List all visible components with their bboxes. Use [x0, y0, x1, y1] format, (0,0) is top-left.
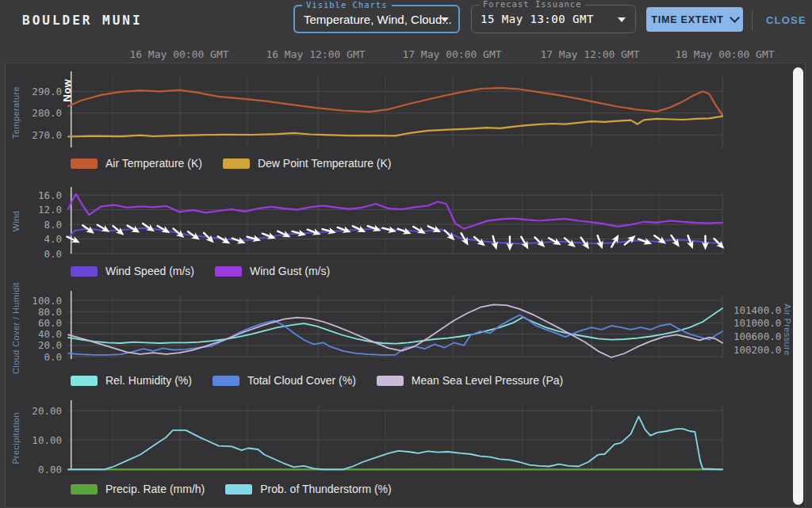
time-tick-label: 17 May 12:00 GMT	[515, 48, 665, 60]
chevron-down-icon	[730, 13, 740, 23]
cloud-humidity-legend: Rel. Humidity (%) Total Cloud Cover (%) …	[71, 374, 563, 387]
legend-item: Dew Point Temperature (K)	[223, 157, 392, 170]
svg-text:101000.0: 101000.0	[733, 317, 781, 329]
svg-text:4.0: 4.0	[44, 233, 62, 245]
legend-label: Mean Sea Level Pressure (Pa)	[412, 374, 563, 387]
svg-text:60.0: 60.0	[38, 317, 62, 329]
legend-item: Air Temperature (K)	[71, 157, 202, 170]
visible-charts-value: Temperature, Wind, Cloud...	[304, 6, 452, 32]
vertical-scrollbar[interactable]	[793, 67, 803, 505]
svg-text:20.00: 20.00	[32, 405, 62, 417]
wind-chart: 16.012.08.04.00.0	[6, 181, 795, 262]
legend-label: Prob. of Thunderstorm (%)	[260, 483, 391, 495]
svg-text:270.0: 270.0	[32, 129, 62, 141]
rel-humidity-swatch	[71, 376, 98, 386]
svg-text:20.0: 20.0	[38, 339, 62, 351]
forecast-issuance-select[interactable]: Forecast Issuance 15 May 13:00 GMT	[471, 5, 636, 33]
time-tick-label: 17 May 00:00 GMT	[377, 48, 527, 60]
dew-point-swatch	[223, 159, 250, 169]
precipitation-chart: 20.0010.000.00	[6, 399, 795, 476]
time-axis: 16 May 00:00 GMT 16 May 12:00 GMT 17 May…	[0, 48, 812, 61]
time-tick-label: 18 May 00:00 GMT	[649, 48, 800, 60]
legend-label: Dew Point Temperature (K)	[258, 157, 392, 170]
legend-label: Air Temperature (K)	[105, 157, 202, 170]
station-title: BOULDER MUNI	[22, 13, 143, 28]
wind-speed-swatch	[71, 266, 98, 277]
chart-panel: 290.0280.0270.0 Temperature Now Air Temp…	[5, 63, 806, 508]
legend-item: Prob. of Thunderstorm (%)	[225, 483, 391, 495]
cloud-humidity-chart: 100.080.060.040.020.00.0101400.0101000.0…	[6, 289, 795, 367]
thunderstorm-swatch	[225, 484, 252, 495]
legend-label: Rel. Humidity (%)	[105, 374, 192, 387]
header: BOULDER MUNI Visible Charts Temperature,…	[0, 0, 812, 41]
header-divider	[752, 10, 753, 30]
wind-legend: Wind Speed (m/s) Wind Gust (m/s)	[71, 265, 330, 277]
time-tick-label: 16 May 00:00 GMT	[104, 48, 255, 60]
svg-text:101400.0: 101400.0	[733, 304, 781, 316]
temperature-legend: Air Temperature (K) Dew Point Temperatur…	[71, 157, 392, 170]
wind-axis-label: Wind	[11, 211, 21, 232]
svg-text:40.0: 40.0	[38, 328, 62, 340]
mslp-swatch	[377, 376, 404, 386]
forecast-issuance-value: 15 May 13:00 GMT	[481, 6, 594, 32]
svg-text:100600.0: 100600.0	[733, 330, 781, 342]
legend-label: Total Cloud Cover (%)	[247, 374, 356, 387]
time-extent-label: TIME EXTENT	[651, 14, 723, 25]
legend-label: Precip. Rate (mm/h)	[105, 483, 205, 495]
legend-item: Wind Speed (m/s)	[71, 265, 194, 277]
temperature-chart: 290.0280.0270.0	[6, 69, 795, 156]
time-extent-button[interactable]: TIME EXTENT	[646, 7, 743, 32]
svg-text:0.00: 0.00	[38, 464, 62, 476]
svg-text:0.0: 0.0	[44, 248, 62, 260]
svg-text:0.0: 0.0	[44, 351, 62, 363]
svg-text:290.0: 290.0	[32, 86, 62, 97]
svg-text:280.0: 280.0	[32, 107, 62, 119]
precip-rate-swatch	[71, 484, 98, 495]
close-button[interactable]: CLOSE	[766, 14, 806, 26]
legend-item: Mean Sea Level Pressure (Pa)	[377, 374, 563, 387]
chevron-down-icon	[441, 17, 449, 22]
time-tick-label: 16 May 12:00 GMT	[240, 48, 391, 60]
svg-text:12.0: 12.0	[38, 204, 62, 216]
svg-text:16.0: 16.0	[38, 189, 62, 201]
legend-item: Wind Gust (m/s)	[215, 265, 330, 277]
wind-gust-swatch	[215, 266, 242, 277]
air-pressure-axis-label: Air Pressure	[783, 304, 792, 355]
legend-label: Wind Speed (m/s)	[105, 265, 194, 277]
cloud-humidity-axis-label: Cloud Cover / Humidit	[11, 282, 21, 374]
visible-charts-select[interactable]: Visible Charts Temperature, Wind, Cloud.…	[293, 5, 460, 33]
svg-text:8.0: 8.0	[44, 219, 62, 231]
legend-label: Wind Gust (m/s)	[250, 265, 330, 277]
svg-text:100.0: 100.0	[32, 295, 62, 307]
total-cloud-cover-swatch	[213, 376, 239, 386]
legend-item: Precip. Rate (mm/h)	[71, 483, 205, 495]
svg-text:10.00: 10.00	[32, 434, 62, 446]
legend-item: Rel. Humidity (%)	[71, 374, 192, 387]
precipitation-legend: Precip. Rate (mm/h) Prob. of Thunderstor…	[71, 483, 392, 495]
temperature-axis-label: Temperature	[11, 86, 21, 139]
air-temperature-swatch	[71, 159, 98, 169]
now-label: Now	[61, 79, 73, 102]
chevron-down-icon	[618, 17, 626, 22]
precipitation-axis-label: Precipitation	[11, 412, 21, 464]
svg-text:80.0: 80.0	[38, 306, 62, 318]
legend-item: Total Cloud Cover (%)	[213, 374, 356, 387]
svg-text:100200.0: 100200.0	[733, 344, 781, 356]
